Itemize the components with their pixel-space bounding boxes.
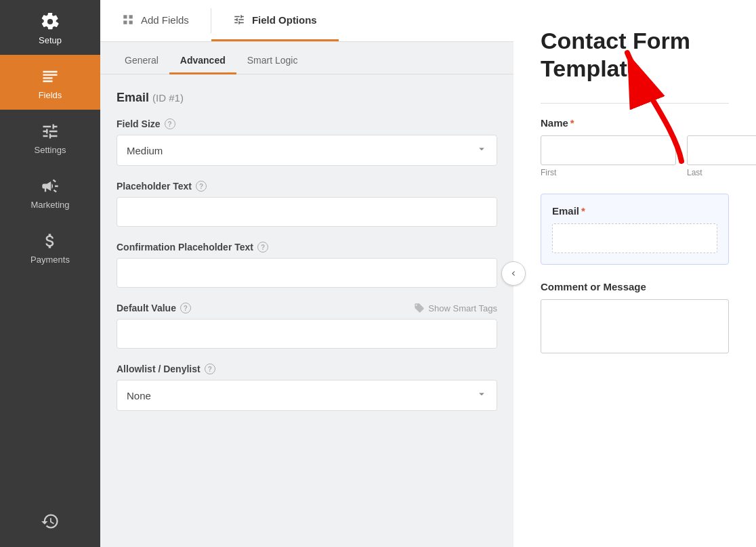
tab-field-options-label: Field Options bbox=[252, 14, 317, 26]
preview-email-label: Email* bbox=[552, 205, 717, 217]
preview-last-input[interactable] bbox=[687, 135, 756, 165]
megaphone-icon bbox=[41, 177, 60, 196]
tab-add-fields-label: Add Fields bbox=[141, 14, 189, 26]
allowlist-denylist-select[interactable]: None Allowlist Denylist bbox=[117, 380, 497, 411]
preview-name-label: Name* bbox=[541, 117, 729, 129]
sidebar-item-payments[interactable]: Payments bbox=[0, 219, 100, 274]
preview-first-label: First bbox=[541, 168, 676, 177]
preview-last-label: Last bbox=[687, 168, 756, 177]
preview-message-label: Comment or Message bbox=[541, 281, 729, 292]
sidebar: Setup Fields Settings Marketing Payments bbox=[0, 0, 100, 547]
field-size-select-wrapper: Medium Small Large bbox=[117, 135, 497, 166]
collapse-panel-button[interactable] bbox=[501, 261, 526, 286]
placeholder-text-input[interactable] bbox=[117, 197, 497, 227]
content-area: Email (ID #1) Field Size ? Medium Small … bbox=[100, 74, 513, 547]
preview-last-name-box: Last bbox=[687, 135, 756, 177]
field-title: Email (ID #1) bbox=[117, 91, 497, 105]
allowlist-denylist-select-wrapper: None Allowlist Denylist bbox=[117, 380, 497, 411]
default-value-input[interactable] bbox=[117, 319, 497, 349]
default-value-label-left: Default Value ? bbox=[117, 303, 191, 313]
fields-icon bbox=[41, 67, 60, 86]
chevron-left-icon bbox=[509, 269, 518, 278]
sliders-icon bbox=[233, 14, 245, 26]
tab-field-options[interactable]: Field Options bbox=[211, 0, 339, 41]
sidebar-label-fields: Fields bbox=[39, 90, 62, 100]
placeholder-help-icon[interactable]: ? bbox=[196, 181, 207, 192]
confirmation-placeholder-group: Confirmation Placeholder Text ? bbox=[117, 242, 497, 288]
dollar-icon bbox=[41, 232, 60, 250]
default-value-help-icon[interactable]: ? bbox=[180, 303, 191, 313]
allowlist-denylist-label: Allowlist / Denylist ? bbox=[117, 364, 497, 374]
preview-email-input[interactable] bbox=[552, 223, 717, 253]
subtab-smart-logic[interactable]: Smart Logic bbox=[236, 48, 309, 74]
preview-name-group: Name* First Last bbox=[541, 117, 729, 177]
confirmation-help-icon[interactable]: ? bbox=[257, 242, 268, 253]
tab-add-fields[interactable]: Add Fields bbox=[100, 0, 211, 41]
top-tabs: Add Fields Field Options bbox=[100, 0, 513, 42]
preview-message-group: Comment or Message bbox=[541, 281, 729, 353]
preview-first-input[interactable] bbox=[541, 135, 676, 165]
allowlist-help-icon[interactable]: ? bbox=[205, 364, 215, 374]
allowlist-denylist-group: Allowlist / Denylist ? None Allowlist De… bbox=[117, 364, 497, 411]
confirmation-placeholder-input[interactable] bbox=[117, 258, 497, 288]
preview-first-name-box: First bbox=[541, 135, 676, 177]
email-required-star: * bbox=[581, 205, 585, 217]
settings-icon bbox=[41, 122, 60, 141]
subtab-general[interactable]: General bbox=[114, 48, 169, 74]
history-icon bbox=[41, 512, 60, 531]
default-value-label-row: Default Value ? Show Smart Tags bbox=[117, 303, 497, 313]
main-panel: Add Fields Field Options General Advance… bbox=[100, 0, 513, 547]
smart-tags-icon bbox=[414, 303, 425, 313]
sidebar-label-marketing: Marketing bbox=[30, 200, 69, 210]
name-required-star: * bbox=[570, 117, 574, 129]
placeholder-text-label: Placeholder Text ? bbox=[117, 181, 497, 192]
placeholder-text-group: Placeholder Text ? bbox=[117, 181, 497, 227]
gear-icon bbox=[41, 12, 60, 31]
sidebar-label-payments: Payments bbox=[30, 255, 70, 265]
confirmation-placeholder-label: Confirmation Placeholder Text ? bbox=[117, 242, 497, 253]
subtab-advanced[interactable]: Advanced bbox=[169, 48, 236, 74]
field-size-help-icon[interactable]: ? bbox=[165, 118, 175, 129]
sidebar-bottom bbox=[0, 500, 100, 547]
preview-name-inputs: First Last bbox=[541, 135, 729, 177]
sidebar-item-fields[interactable]: Fields bbox=[0, 55, 100, 110]
field-id: (ID #1) bbox=[152, 92, 184, 104]
preview-form-title: Contact Form Template bbox=[541, 27, 729, 83]
sidebar-item-marketing[interactable]: Marketing bbox=[0, 165, 100, 219]
preview-message-textarea[interactable] bbox=[541, 299, 729, 353]
sub-tabs: General Advanced Smart Logic bbox=[100, 42, 513, 74]
sidebar-item-history[interactable] bbox=[0, 500, 100, 540]
default-value-group: Default Value ? Show Smart Tags bbox=[117, 303, 497, 349]
sidebar-label-settings: Settings bbox=[35, 145, 66, 155]
grid-icon bbox=[122, 14, 134, 26]
show-smart-tags-button[interactable]: Show Smart Tags bbox=[414, 303, 497, 313]
field-size-label: Field Size ? bbox=[117, 118, 497, 129]
preview-divider-1 bbox=[541, 103, 729, 104]
preview-email-group: Email* bbox=[541, 194, 729, 265]
sidebar-item-settings[interactable]: Settings bbox=[0, 110, 100, 165]
field-size-group: Field Size ? Medium Small Large bbox=[117, 118, 497, 166]
sidebar-label-setup: Setup bbox=[39, 35, 62, 45]
sidebar-item-setup[interactable]: Setup bbox=[0, 0, 100, 55]
field-size-select[interactable]: Medium Small Large bbox=[117, 135, 497, 166]
preview-panel: Contact Form Template Name* First Last E… bbox=[513, 0, 756, 547]
